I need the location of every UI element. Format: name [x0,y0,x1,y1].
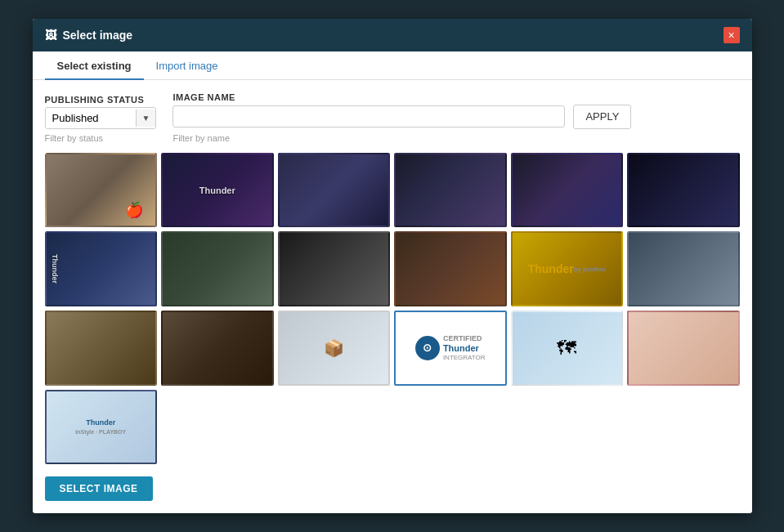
image-thumbnail [513,154,622,226]
image-cell[interactable]: Thunder [45,231,158,306]
image-cell[interactable] [278,153,391,228]
image-cell[interactable] [627,153,740,228]
image-cell[interactable] [511,153,624,228]
name-filter-input[interactable] [172,105,565,127]
image-cell[interactable] [394,231,507,306]
modal-tabs: Select existing Import image [33,51,752,80]
image-thumbnail [629,312,738,384]
image-label: Thunder InStyle · PLAYBOY [75,418,126,436]
image-label: Thunder [163,154,272,226]
image-cell[interactable]: 🗺 [511,311,624,386]
image-thumbnail: Thunder InStyle · PLAYBOY [47,391,156,463]
image-thumbnail [163,233,272,305]
image-cell[interactable] [278,231,391,306]
image-thumbnail [47,154,156,226]
image-grid: Thunder Thunder [45,153,740,465]
image-thumbnail: Thunder [47,233,156,305]
modal-body: PUBLISHING STATUS Published Draft Unpubl… [33,80,752,514]
image-cell[interactable]: Thunderby profion [511,231,624,306]
image-cell[interactable] [161,231,274,306]
map-icon: 🗺 [557,337,576,360]
status-select[interactable]: Published Draft Unpublished [46,108,136,128]
image-thumbnail: 📦 [280,312,389,384]
image-cell[interactable] [627,231,740,306]
image-cell[interactable]: Thunder InStyle · PLAYBOY [45,390,158,465]
image-thumbnail: ⊙ CERTIFIED Thunder INTEGRATOR [396,312,505,384]
image-icon: 🖼 [45,29,56,42]
name-filter-hint: Filter by name [172,133,631,143]
status-select-arrow-icon: ▼ [136,110,156,127]
image-thumbnail [47,312,156,384]
image-thumbnail: 🗺 [513,312,622,384]
image-thumbnail [629,233,738,305]
image-cell[interactable] [627,311,740,386]
image-thumbnail: Thunder [163,154,272,226]
modal-title: 🖼 Select image [45,29,133,42]
image-cell[interactable]: ⊙ CERTIFIED Thunder INTEGRATOR [394,311,507,386]
select-image-button[interactable]: SELECT IMAGE [45,476,153,501]
modal-close-button[interactable]: × [724,27,740,43]
select-image-modal: 🖼 Select image × Select existing Import … [33,19,752,514]
image-thumbnail [280,154,389,226]
image-cell[interactable]: Thunder [161,153,274,228]
image-label: Thunder [51,233,59,305]
name-filter-group: IMAGE NAME APPLY Filter by name [172,92,631,143]
image-label: Thunderby profion [513,233,622,305]
thunder-integrator-logo: ⊙ CERTIFIED Thunder INTEGRATOR [415,334,486,362]
status-filter-group: PUBLISHING STATUS Published Draft Unpubl… [45,95,157,143]
status-select-wrap: Published Draft Unpublished ▼ [45,107,157,129]
image-thumbnail [629,154,738,226]
image-cell[interactable]: 📦 [278,311,391,386]
status-filter-hint: Filter by status [45,133,157,143]
apply-filter-button[interactable]: APPLY [573,105,631,129]
image-cell[interactable] [45,311,158,386]
status-filter-label: PUBLISHING STATUS [45,95,157,105]
image-cell[interactable] [45,153,158,228]
name-filter-label: IMAGE NAME [172,92,631,102]
image-thumbnail [280,233,389,305]
tab-select-existing[interactable]: Select existing [45,51,144,80]
modal-header: 🖼 Select image × [33,19,752,51]
image-thumbnail: Thunderby profion [513,233,622,305]
image-thumbnail [396,233,505,305]
modal-title-text: Select image [63,29,133,42]
modal-overlay: 🖼 Select image × Select existing Import … [0,0,784,532]
image-cell[interactable] [161,311,274,386]
tab-import-image[interactable]: Import image [144,51,231,80]
image-cell[interactable] [394,153,507,228]
image-thumbnail [163,312,272,384]
image-thumbnail [396,154,505,226]
filter-row: PUBLISHING STATUS Published Draft Unpubl… [45,92,740,143]
